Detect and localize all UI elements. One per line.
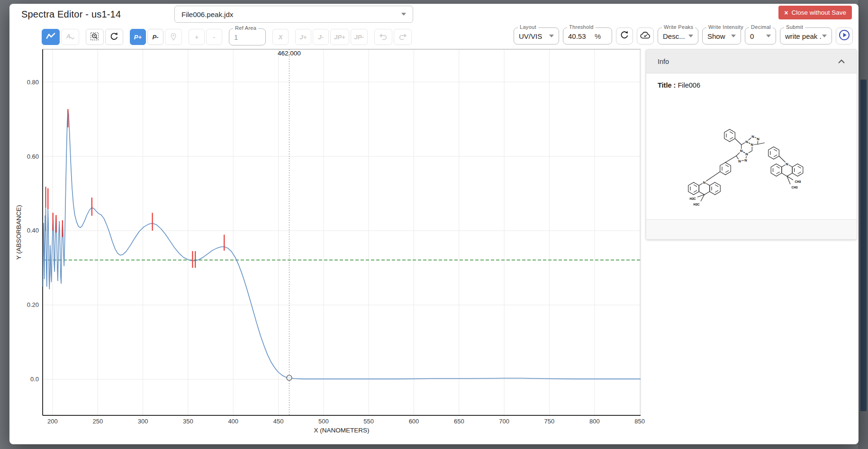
x-tick-label: 300 <box>138 418 148 425</box>
spectra-editor-dialog: Spectra Editor - us1-14 File006.peak.jdx… <box>9 4 859 444</box>
page-scrollbar-thumb[interactable] <box>860 80 867 411</box>
ref-area-label: Ref Area <box>233 25 258 31</box>
cursor-annotation: 462.000 <box>278 50 301 57</box>
undo-icon <box>378 31 389 43</box>
cloud-check-icon <box>640 29 651 43</box>
atom-label: CH3 <box>795 180 801 183</box>
x-tick-label: 500 <box>318 418 329 425</box>
info-header-label: Info <box>658 58 838 65</box>
x-tick-label: 450 <box>273 418 284 425</box>
file-select-value: File006.peak.jdx <box>181 10 401 18</box>
page-scrollbar[interactable] <box>859 0 868 449</box>
submit-label: Submit <box>784 24 805 30</box>
atom-label: N <box>745 152 748 156</box>
line-chart-icon <box>45 31 56 43</box>
svg-text:A: A <box>66 32 71 39</box>
atom-label: N <box>744 158 747 162</box>
x-tick-label: 750 <box>544 418 555 425</box>
decimal-label: Decimal <box>749 24 773 30</box>
info-title-label: Title : <box>658 81 676 89</box>
atom-label: CH3 <box>791 186 797 189</box>
molecule-structure: NNNNNNNNNNCH3CH3H3CH3C <box>677 113 819 207</box>
threshold-label: Threshold <box>567 24 596 30</box>
refresh-icon <box>619 30 630 42</box>
reset-zoom-icon <box>109 31 119 43</box>
info-panel-header[interactable]: Info <box>646 50 857 73</box>
x-tick-label: 250 <box>92 418 103 425</box>
threshold-unit: % <box>595 32 601 40</box>
pin-icon <box>169 32 178 43</box>
atom-label: N <box>745 140 748 144</box>
x-tick-label: 600 <box>409 418 419 425</box>
info-title-value: File006 <box>678 81 700 89</box>
decimal-value: 0 <box>750 32 766 40</box>
x-tick-label: 400 <box>228 418 238 425</box>
file-select[interactable]: File006.peak.jdx <box>174 6 413 23</box>
ref-area-input[interactable] <box>234 33 261 41</box>
spectrum-curve[interactable] <box>43 110 641 379</box>
x-tick-label: 350 <box>183 418 193 425</box>
decimal-select[interactable]: Decimal 0 <box>745 27 776 45</box>
y-axis-title: Y (ABSORBANCE) <box>15 205 22 260</box>
close-icon: × <box>784 9 788 16</box>
x-axis-title: X (NANOMETERS) <box>314 427 369 434</box>
y-tick-label: 0.0 <box>30 376 39 383</box>
atom-label: N <box>751 143 753 147</box>
write-peaks-value: Desc... <box>663 32 688 40</box>
chevron-down-icon <box>766 35 771 37</box>
y-tick-label: 0.60 <box>27 153 39 160</box>
write-intensity-label: Write Intensity <box>706 24 745 30</box>
write-intensity-select[interactable]: Write Intensity Show <box>702 27 741 45</box>
x-tick-label: 200 <box>47 418 58 425</box>
play-circle-icon <box>838 29 850 43</box>
layout-value: UV/VIS <box>519 32 549 40</box>
x-tick-label: 800 <box>589 418 600 425</box>
x-tick-label: 700 <box>499 418 509 425</box>
cursor-point-marker[interactable] <box>287 375 292 380</box>
layout-label: Layout <box>518 24 538 30</box>
info-panel-footer <box>646 219 857 239</box>
atom-label: N <box>751 135 754 139</box>
y-tick-label: 0.80 <box>27 79 39 86</box>
atom-label: N <box>786 162 788 166</box>
page-title: Spectra Editor - us1-14 <box>21 9 121 20</box>
run-submit-button[interactable] <box>836 27 853 45</box>
y-tick-label: 0.20 <box>27 301 39 308</box>
chevron-down-icon <box>822 35 827 37</box>
y-tick-label: 0.40 <box>27 227 39 234</box>
zoom-box-icon <box>90 31 100 43</box>
atom-label: N <box>738 159 741 163</box>
atom-label: H3C <box>693 203 699 206</box>
write-peaks-select[interactable]: Write Peaks Desc... <box>658 27 698 45</box>
autoscale-icon: A <box>65 31 75 43</box>
redo-icon <box>398 31 408 43</box>
chevron-down-icon <box>688 35 693 37</box>
submit-select[interactable]: Submit write peak ... <box>780 27 832 45</box>
atom-label: N <box>703 180 705 185</box>
submit-value: write peak ... <box>785 32 822 40</box>
close-button-label: Close without Save <box>791 9 846 16</box>
chevron-down-icon <box>549 35 554 37</box>
write-intensity-value: Show <box>707 32 731 40</box>
write-peaks-label: Write Peaks <box>662 24 695 30</box>
atom-label: N <box>740 149 742 153</box>
chevron-down-icon <box>401 13 406 16</box>
chevron-down-icon <box>731 35 736 37</box>
info-title-row: Title : File006 <box>646 73 857 96</box>
atom-label: H3C <box>689 197 696 200</box>
x-tick-label: 850 <box>634 418 645 425</box>
close-without-save-button[interactable]: × Close without Save <box>778 6 852 19</box>
x-tick-label: 550 <box>363 418 374 425</box>
spectrum-chart[interactable]: 462.000200250300350400450500550600650700… <box>14 42 649 443</box>
x-tick-label: 650 <box>454 418 464 425</box>
threshold-input[interactable] <box>568 32 595 40</box>
atom-label: N <box>757 137 759 141</box>
chevron-up-icon <box>838 57 845 66</box>
